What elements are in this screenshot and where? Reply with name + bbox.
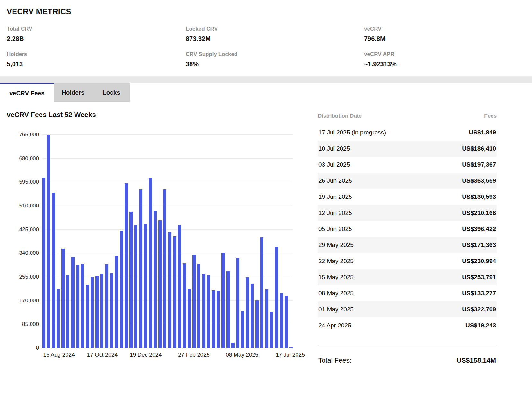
fee-bar <box>95 276 99 348</box>
fee-bar <box>226 271 230 348</box>
table-row: 22 May 2025US$230,994 <box>318 253 497 269</box>
fee-bar <box>255 300 259 348</box>
y-axis-tick-label: 170,000 <box>19 298 39 304</box>
fees-cell: US$322,709 <box>462 306 496 313</box>
fee-bar <box>115 256 118 348</box>
vecrv-metrics-section: VECRV METRICS Total CRV 2.28B Locked CRV… <box>0 0 532 76</box>
distribution-date-cell: 19 Jun 2025 <box>318 193 352 200</box>
distribution-date-cell: 08 May 2025 <box>318 290 354 297</box>
fee-bar <box>125 183 128 348</box>
metric-value: 796.8M <box>364 35 525 42</box>
metric-vecrv-apr: veCRV APR ~1.92313% <box>364 51 525 68</box>
fee-bar <box>91 277 94 348</box>
metric-locked-crv: Locked CRV 873.32M <box>186 26 364 42</box>
metrics-grid: Total CRV 2.28B Locked CRV 873.32M veCRV… <box>7 26 525 68</box>
fee-bar <box>120 231 123 348</box>
fee-bar <box>52 193 55 348</box>
fees-chart-panel: veCRV Fees Last 52 Weeks 085,000170,0002… <box>7 111 293 364</box>
metric-value: 5,013 <box>7 60 186 68</box>
tab-bar: veCRV Fees Holders Locks <box>0 83 532 102</box>
fee-bar <box>81 264 84 348</box>
distribution-date-cell: 26 Jun 2025 <box>318 177 352 184</box>
fees-cell: US$130,593 <box>462 193 496 200</box>
fee-bar <box>139 189 142 348</box>
distribution-date-cell: 24 Apr 2025 <box>318 322 351 329</box>
x-axis-tick-label: 27 Feb 2025 <box>178 352 209 358</box>
fee-bar <box>212 290 215 348</box>
y-axis-tick-label: 0 <box>36 345 39 351</box>
tab-locks[interactable]: Locks <box>92 83 130 102</box>
fees-cell: US$171,363 <box>462 242 496 249</box>
metric-value: 873.32M <box>186 35 364 42</box>
y-axis-tick-label: 340,000 <box>19 250 39 256</box>
y-axis-tick-label: 85,000 <box>22 321 39 327</box>
table-row: 10 Jul 2025US$186,410 <box>318 141 497 157</box>
fee-bar <box>134 225 137 348</box>
y-axis-tick-label: 765,000 <box>19 132 39 138</box>
table-row: 01 May 2025US$322,709 <box>318 301 497 317</box>
fee-bar <box>217 291 220 348</box>
total-fees-row: Total Fees: US$158.14M <box>318 346 497 364</box>
fees-cell: US$253,791 <box>462 274 496 281</box>
fee-bar <box>231 343 235 348</box>
table-row: 26 Jun 2025US$363,559 <box>318 173 497 189</box>
distribution-date-cell: 17 Jul 2025 (in progress) <box>318 129 386 136</box>
fee-bar <box>168 232 171 348</box>
table-row: 15 May 2025US$253,791 <box>318 269 497 285</box>
x-axis-tick-label: 08 May 2025 <box>226 352 258 358</box>
fee-bar <box>158 220 162 348</box>
tab-holders[interactable]: Holders <box>54 83 92 102</box>
fee-bar <box>251 284 254 348</box>
main-content: veCRV Fees Last 52 Weeks 085,000170,0002… <box>0 102 532 364</box>
distribution-date-cell: 05 Jun 2025 <box>318 225 352 233</box>
fees-cell: US$133,277 <box>462 290 496 297</box>
chart-plot-area: 15 Aug 202417 Oct 202419 Dec 202427 Feb … <box>42 135 293 348</box>
table-body: 17 Jul 2025 (in progress)US$1,84910 Jul … <box>318 124 497 334</box>
distribution-date-cell: 12 Jun 2025 <box>318 209 352 216</box>
fee-bar <box>129 212 133 348</box>
metric-value: 2.28B <box>7 35 186 42</box>
fee-bar <box>207 275 210 348</box>
table-row: 24 Apr 2025US$19,243 <box>318 317 497 334</box>
table-row: 03 Jul 2025US$197,367 <box>318 157 497 173</box>
table-header-row: Distribution Date Fees <box>318 111 497 124</box>
fee-bar <box>71 257 75 348</box>
metric-value: 38% <box>186 60 364 68</box>
table-row: 17 Jul 2025 (in progress)US$1,849 <box>318 124 497 141</box>
x-axis-tick-label: 17 Oct 2024 <box>87 352 118 358</box>
fee-bar <box>285 296 288 348</box>
fee-bar <box>61 249 65 348</box>
bars-container <box>42 135 293 348</box>
fee-bar <box>105 264 108 348</box>
tab-vecrv-fees[interactable]: veCRV Fees <box>0 83 54 102</box>
fees-cell: US$197,367 <box>462 161 496 168</box>
y-axis-tick-label: 510,000 <box>19 203 39 209</box>
distribution-date-cell: 22 May 2025 <box>318 258 354 265</box>
fee-bar <box>221 253 225 348</box>
vecrv-dashboard: VECRV METRICS Total CRV 2.28B Locked CRV… <box>0 0 532 395</box>
y-axis: 085,000170,000255,000340,000425,000510,0… <box>7 135 42 348</box>
fees-cell: US$396,422 <box>462 225 496 233</box>
fee-bar <box>241 311 244 348</box>
metric-label: Locked CRV <box>186 26 364 32</box>
fee-bar <box>197 264 200 348</box>
table-row: 05 Jun 2025US$396,422 <box>318 221 497 237</box>
fee-bar <box>183 263 186 348</box>
tabs-top-strip <box>0 76 532 83</box>
fees-header: Fees <box>484 113 497 119</box>
fee-bar <box>246 277 249 348</box>
table-row: 08 May 2025US$133,277 <box>318 285 497 301</box>
metric-label: veCRV APR <box>364 51 525 58</box>
fee-bar <box>76 265 79 348</box>
fee-bar <box>144 224 147 348</box>
fee-bar <box>192 255 196 348</box>
fee-bar <box>86 285 89 348</box>
fee-bar <box>202 274 205 348</box>
fee-bar <box>270 312 273 348</box>
metric-total-crv: Total CRV 2.28B <box>7 26 186 42</box>
fee-bar <box>280 293 283 348</box>
total-fees-label: Total Fees: <box>318 356 351 364</box>
total-fees-value: US$158.14M <box>457 356 496 364</box>
fee-bar <box>173 236 176 348</box>
distribution-date-cell: 15 May 2025 <box>318 274 354 281</box>
